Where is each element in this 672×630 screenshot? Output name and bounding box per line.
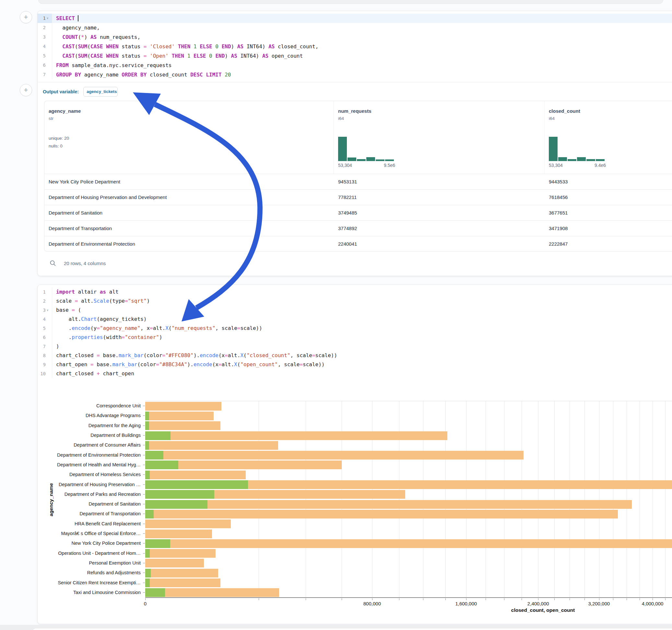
- table-cell[interactable]: Department of Housing Preservation and D…: [44, 194, 334, 200]
- line-number: 5: [38, 324, 52, 333]
- table-cell[interactable]: 9453131: [334, 179, 545, 185]
- table-row[interactable]: Department of Transportation377489234719…: [44, 220, 672, 236]
- line-number: 3: [38, 32, 52, 42]
- table-cell[interactable]: 7618456: [545, 194, 672, 200]
- output-variable-row: Output variable: agency_tickets: [38, 82, 672, 101]
- line-number: 9: [38, 360, 52, 369]
- code-text: chart_open = base.mark_bar(color="#8BC34…: [52, 360, 325, 369]
- column-name: closed_count: [549, 108, 672, 114]
- column-type: i64: [549, 116, 672, 121]
- code-text: SELECT: [52, 14, 78, 23]
- column-header-agency_name[interactable]: agency_namestrunique: 20nulls: 0: [44, 101, 334, 174]
- sql-code-editor[interactable]: 1∨SELECT 2 agency_name,3 COUNT(*) AS num…: [38, 11, 672, 82]
- line-number: 6: [38, 60, 52, 70]
- table-cell[interactable]: 2240041: [334, 241, 545, 247]
- table-cell[interactable]: 3774892: [334, 225, 545, 231]
- sql-cell: 1∨SELECT 2 agency_name,3 COUNT(*) AS num…: [37, 11, 672, 276]
- table-row[interactable]: New York City Police Department945313194…: [44, 174, 672, 189]
- line-number: 4: [38, 315, 52, 324]
- code-line[interactable]: 1import altair as alt: [38, 287, 672, 296]
- fold-chevron-icon[interactable]: ∨: [47, 306, 50, 315]
- code-line[interactable]: 3 COUNT(*) AS num_requests,: [38, 32, 672, 42]
- table-cell[interactable]: 9443533: [545, 179, 672, 185]
- table-cell[interactable]: Department of Sanitation: [44, 210, 334, 216]
- search-icon[interactable]: [50, 260, 56, 266]
- code-text: .properties(width="container"): [52, 333, 162, 342]
- line-number: 6: [38, 333, 52, 342]
- code-line[interactable]: 9chart_open = base.mark_bar(color="#8BC3…: [38, 360, 672, 369]
- histogram-range-labels: 53,3049.4e6: [549, 163, 606, 168]
- code-line[interactable]: 7GROUP BY agency_name ORDER BY closed_co…: [38, 70, 672, 79]
- table-cell[interactable]: Department of Transportation: [44, 225, 334, 231]
- code-line[interactable]: 6 .properties(width="container"): [38, 333, 672, 342]
- line-number: 1∨: [38, 14, 52, 23]
- result-table-body: New York City Police Department945313194…: [44, 174, 672, 251]
- line-number: 10: [38, 369, 52, 378]
- code-text: chart_closed = base.mark_bar(color="#FFC…: [52, 351, 337, 360]
- code-line[interactable]: 2 agency_name,: [38, 23, 672, 32]
- add-cell-button[interactable]: +: [20, 11, 32, 23]
- output-variable-value: agency_tickets: [87, 89, 117, 94]
- code-text: agency_name,: [52, 23, 100, 32]
- code-text: scale = alt.Scale(type="sqrt"): [52, 296, 150, 306]
- column-header-num_requests[interactable]: num_requestsi6453,3049.5e6: [334, 101, 545, 174]
- output-variable-label: Output variable:: [43, 89, 79, 94]
- row-column-count: 20 rows, 4 columns: [64, 261, 106, 266]
- code-line[interactable]: 7): [38, 342, 672, 351]
- table-row[interactable]: Department of Environmental Protection22…: [44, 236, 672, 251]
- line-number: 2: [38, 23, 52, 32]
- table-row[interactable]: Department of Housing Preservation and D…: [44, 189, 672, 205]
- code-line[interactable]: 1∨SELECT: [38, 14, 672, 23]
- table-cell[interactable]: 3471908: [545, 225, 672, 231]
- line-number: 1: [38, 287, 52, 296]
- result-table-header: agency_namestrunique: 20nulls: 0num_requ…: [44, 101, 672, 174]
- code-text: COUNT(*) AS num_requests,: [52, 32, 140, 42]
- add-cell-button[interactable]: +: [20, 84, 32, 96]
- code-line[interactable]: 4 CAST(SUM(CASE WHEN status = 'Closed' T…: [38, 42, 672, 51]
- line-number: 3∨: [38, 306, 52, 315]
- next-cell-edge: [32, 628, 672, 630]
- output-variable-pill[interactable]: agency_tickets: [83, 87, 118, 97]
- table-cell[interactable]: 3749485: [334, 210, 545, 216]
- histogram-range-labels: 53,3049.5e6: [338, 163, 395, 168]
- code-text: FROM sample_data.nyc.service_requests: [52, 60, 171, 70]
- code-line[interactable]: 3∨base = (: [38, 306, 672, 315]
- line-number: 2: [38, 296, 52, 306]
- column-name: num_requests: [338, 108, 544, 114]
- result-table-footer: 20 rows, 4 columns: [38, 251, 672, 275]
- code-line[interactable]: 10chart_closed + chart_open: [38, 369, 672, 378]
- code-line[interactable]: 5 CAST(SUM(CASE WHEN status = 'Open' THE…: [38, 51, 672, 60]
- previous-cell-edge: [38, 0, 663, 4]
- table-cell[interactable]: Department of Environmental Protection: [44, 241, 334, 247]
- column-stats: unique: 20nulls: 0: [49, 135, 334, 150]
- table-cell[interactable]: New York City Police Department: [44, 179, 334, 185]
- table-cell[interactable]: 3677651: [545, 210, 672, 216]
- code-text: ): [52, 342, 59, 351]
- code-text: GROUP BY agency_name ORDER BY closed_cou…: [52, 70, 231, 79]
- code-line[interactable]: 4 alt.Chart(agency_tickets): [38, 315, 672, 324]
- result-table: agency_namestrunique: 20nulls: 0num_requ…: [44, 101, 672, 251]
- code-text: alt.Chart(agency_tickets): [52, 315, 146, 324]
- code-text: import altair as alt: [52, 287, 119, 296]
- code-line[interactable]: 2scale = alt.Scale(type="sqrt"): [38, 296, 672, 306]
- table-row[interactable]: Department of Sanitation37494853677651: [44, 205, 672, 220]
- code-text: base = (: [52, 306, 81, 315]
- fold-chevron-icon[interactable]: ∨: [47, 14, 50, 23]
- code-text: chart_closed + chart_open: [52, 369, 134, 378]
- column-header-closed_count[interactable]: closed_counti6453,3049.4e6: [545, 101, 672, 174]
- line-number: 7: [38, 70, 52, 79]
- code-text: CAST(SUM(CASE WHEN status = 'Open' THEN …: [52, 51, 303, 60]
- code-text: CAST(SUM(CASE WHEN status = 'Closed' THE…: [52, 42, 318, 51]
- line-number: 8: [38, 351, 52, 360]
- code-line[interactable]: 8chart_closed = base.mark_bar(color="#FF…: [38, 351, 672, 360]
- column-histogram: [549, 136, 605, 161]
- table-cell[interactable]: 2222847: [545, 241, 672, 247]
- line-number: 5: [38, 51, 52, 60]
- code-line[interactable]: 6FROM sample_data.nyc.service_requests: [38, 60, 672, 70]
- python-code-editor[interactable]: 1import altair as alt2scale = alt.Scale(…: [38, 285, 672, 381]
- line-number: 4: [38, 42, 52, 51]
- column-type: str: [49, 116, 334, 121]
- code-line[interactable]: 5 .encode(y="agency_name", x=alt.X("num_…: [38, 324, 672, 333]
- table-cell[interactable]: 7782211: [334, 194, 545, 200]
- text-cursor: [78, 15, 78, 21]
